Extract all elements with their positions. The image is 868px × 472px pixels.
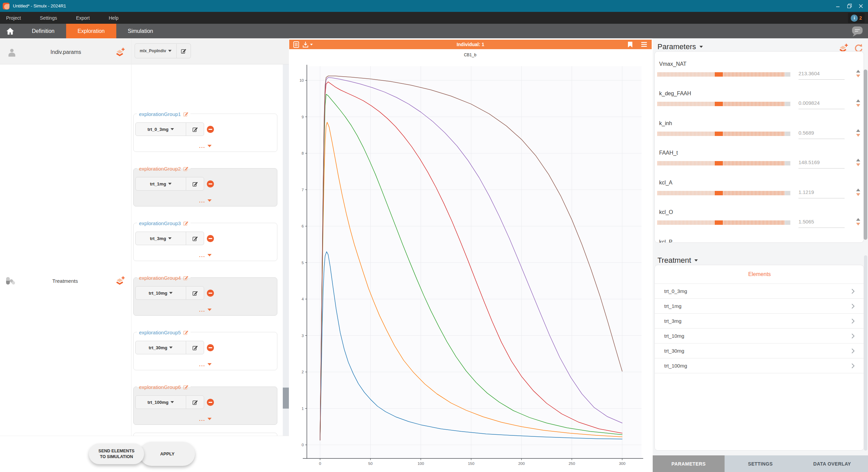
model-edit-button[interactable]	[177, 43, 191, 58]
menu-project[interactable]: Project	[0, 15, 27, 21]
remove-treatment-button[interactable]	[207, 235, 214, 242]
remove-treatment-button[interactable]	[207, 180, 214, 188]
tab-definition[interactable]: Definition	[20, 24, 66, 38]
treatment-dropdown[interactable]: trt_1mg	[135, 177, 186, 191]
more-options-button[interactable]: ...	[134, 252, 277, 258]
increment-button[interactable]	[856, 70, 860, 73]
menu-export[interactable]: Export	[70, 15, 96, 21]
svg-text:2: 2	[302, 370, 304, 374]
notifications-button[interactable]: i 2	[848, 13, 865, 23]
apply-button[interactable]: APPLY	[140, 442, 195, 466]
parameter-slider[interactable]	[657, 220, 790, 225]
treatment-element-row[interactable]: trt_100mg	[655, 358, 864, 373]
add-indiv-element-button[interactable]	[115, 47, 125, 57]
increment-button[interactable]	[856, 129, 860, 132]
treatment-dropdown[interactable]: trt_30mg	[135, 341, 186, 354]
decrement-button[interactable]	[856, 193, 860, 196]
maximize-button[interactable]	[844, 0, 855, 12]
rename-pencil-icon[interactable]	[183, 220, 189, 226]
parameter-value[interactable]: 0.5689	[798, 130, 845, 139]
treatment-dropdown[interactable]: trt_10mg	[135, 286, 186, 300]
rename-pencil-icon[interactable]	[183, 166, 189, 171]
menu-settings[interactable]: Settings	[34, 15, 63, 21]
export-chart-button[interactable]	[302, 41, 313, 48]
remove-treatment-button[interactable]	[207, 399, 214, 406]
parameters-section-title[interactable]: Parameters	[657, 42, 703, 51]
parameter-value[interactable]: 0.009824	[798, 100, 845, 109]
pills-icon	[5, 276, 16, 286]
treatment-element-row[interactable]: trt_30mg	[655, 343, 864, 358]
right-panel-scrollbar-track[interactable]	[864, 255, 867, 451]
parameter-slider[interactable]	[657, 161, 790, 165]
tab-simulation[interactable]: Simulation	[116, 24, 165, 38]
decrement-button[interactable]	[856, 75, 860, 77]
treatment-element-row[interactable]: trt_1mg	[655, 298, 864, 313]
parameter-row: kcl_A 1.1219	[655, 180, 864, 210]
send-to-simulation-button[interactable]: SEND ELEMENTS TO SIMULATION	[89, 444, 144, 464]
parameter-slider[interactable]	[657, 102, 790, 106]
decrement-button[interactable]	[856, 104, 860, 107]
more-options-button[interactable]: ...	[134, 307, 277, 313]
tab-parameters[interactable]: PARAMETERS	[653, 455, 725, 472]
treatment-edit-button[interactable]	[186, 395, 204, 409]
tab-exploration[interactable]: Exploration	[66, 24, 116, 38]
indiv-params-label: Indiv.params	[17, 49, 115, 55]
decrement-button[interactable]	[856, 223, 860, 225]
bookmark-button[interactable]	[628, 42, 632, 47]
model-selector-dropdown[interactable]: mlx_PopIndiv	[135, 43, 177, 58]
decrement-button[interactable]	[856, 134, 860, 137]
rename-pencil-icon[interactable]	[183, 384, 189, 390]
increment-button[interactable]	[856, 159, 860, 161]
more-options-button[interactable]: ...	[134, 361, 277, 367]
parameter-slider[interactable]	[657, 132, 790, 136]
chart-menu-button[interactable]	[641, 42, 647, 47]
exploration-group-6: explorationGroup6 trt_100mg ...	[133, 387, 277, 425]
parameter-value[interactable]: 148.5169	[798, 159, 845, 169]
home-button[interactable]	[0, 24, 20, 38]
treatment-dropdown[interactable]: trt_0_3mg	[135, 122, 186, 136]
treatment-edit-button[interactable]	[186, 286, 204, 300]
chart-header-bar: Individual: 1	[289, 40, 652, 49]
decrement-button[interactable]	[856, 163, 860, 166]
more-options-button[interactable]: ...	[134, 416, 277, 422]
parameter-value[interactable]: 1.5065	[798, 219, 845, 228]
treatment-dropdown[interactable]: trt_100mg	[135, 395, 186, 409]
add-treatment-element-button[interactable]	[115, 276, 125, 286]
treatment-edit-button[interactable]	[186, 341, 204, 354]
cb1b-line-chart[interactable]: 012345678910050100150200250300	[289, 59, 653, 472]
treatment-dropdown[interactable]: trt_3mg	[135, 232, 186, 245]
increment-button[interactable]	[856, 99, 860, 102]
treatment-section-title[interactable]: Treatment	[657, 256, 698, 265]
parameters-scrollbar-thumb[interactable]	[864, 70, 867, 240]
remove-treatment-button[interactable]	[207, 344, 214, 351]
tab-data-overlay[interactable]: DATA OVERLAY	[796, 455, 868, 472]
more-options-button[interactable]: ...	[134, 143, 277, 149]
minimize-button[interactable]	[832, 0, 844, 12]
increment-button[interactable]	[856, 218, 860, 221]
feedback-chat-button[interactable]	[851, 26, 863, 37]
rename-pencil-icon[interactable]	[183, 330, 189, 335]
data-table-button[interactable]	[293, 41, 299, 48]
treatment-edit-button[interactable]	[186, 177, 204, 191]
remove-treatment-button[interactable]	[207, 126, 214, 133]
increment-button[interactable]	[856, 189, 860, 191]
rename-pencil-icon[interactable]	[183, 111, 189, 117]
remove-treatment-button[interactable]	[207, 290, 214, 297]
close-button[interactable]	[855, 0, 867, 12]
tab-settings[interactable]: SETTINGS	[725, 455, 796, 472]
parameter-slider[interactable]	[657, 72, 790, 77]
treatment-edit-button[interactable]	[186, 122, 204, 136]
treatment-element-row[interactable]: trt_3mg	[655, 313, 864, 328]
treatment-element-row[interactable]: trt_0_3mg	[655, 283, 864, 298]
parameter-slider[interactable]	[657, 191, 790, 195]
parameter-value[interactable]: 213.3604	[798, 71, 845, 80]
right-panel-tab-bar: PARAMETERS SETTINGS DATA OVERLAY	[653, 455, 868, 472]
more-options-button[interactable]: ...	[134, 198, 277, 203]
menu-help[interactable]: Help	[103, 15, 125, 21]
rename-pencil-icon[interactable]	[183, 275, 189, 280]
left-panel-scrollbar-thumb[interactable]	[283, 388, 289, 409]
parameter-value[interactable]: 1.1219	[798, 189, 845, 198]
left-panel-scrollbar-track[interactable]	[283, 64, 289, 436]
treatment-edit-button[interactable]	[186, 232, 204, 245]
treatment-element-row[interactable]: trt_10mg	[655, 328, 864, 343]
